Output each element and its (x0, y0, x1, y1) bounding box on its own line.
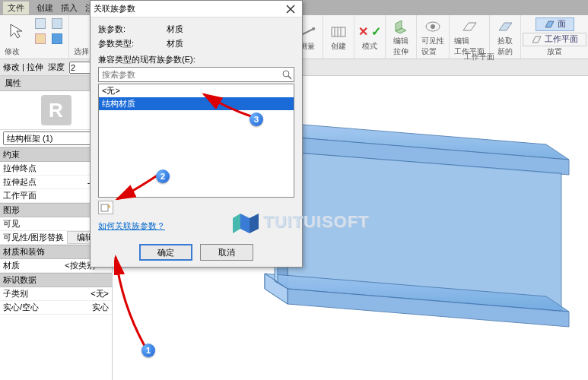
pick-new-icon (494, 17, 516, 36)
param-label: 族参数: (98, 24, 167, 35)
prop-label: 拉伸终点 (0, 163, 52, 174)
svg-rect-2 (332, 27, 345, 36)
ribbon-edit-extrude[interactable]: 编辑 拉伸 (385, 15, 416, 59)
help-link[interactable]: 如何关联族参数？ (98, 220, 165, 232)
svg-point-4 (431, 24, 435, 29)
ribbon-face-panel: 面 工作平面 放置 (520, 15, 588, 59)
annotation-badge-2: 2 (156, 169, 170, 183)
menu-file[interactable]: 文件 (3, 2, 29, 14)
watermark-text: TUITUISOFT (263, 212, 370, 232)
pick-new-label: 拾取 新的 (497, 36, 513, 57)
prop-label: 子类别 (0, 288, 52, 299)
watermark-logo-icon (228, 207, 262, 236)
create-icon (328, 23, 349, 41)
prop-label: 可见性/图形替换 (0, 232, 67, 243)
prop-label: 拉伸起点 (0, 176, 52, 188)
workplane-option-label: 工作平面 (545, 33, 578, 45)
prop-group-iddata[interactable]: 标识数据 (0, 273, 112, 287)
search-input[interactable] (98, 67, 294, 82)
workplane-group-label: 工作平面 (464, 52, 494, 62)
dialog-title: 关联族参数 (94, 3, 135, 14)
cancel-button[interactable]: 取消 (200, 244, 253, 261)
param-value: 材质 (167, 24, 183, 35)
list-item-structural-material[interactable]: 结构材质 (99, 97, 294, 110)
ribbon-visibility[interactable]: 可见性 设置 (416, 15, 449, 59)
create-label: 创建 (331, 41, 346, 52)
edit-wp-icon (459, 17, 480, 36)
optbar-depth-input[interactable] (69, 62, 92, 74)
compat-label: 兼容类型的现有族参数(E): (98, 54, 294, 65)
ok-button[interactable]: 确定 (139, 244, 192, 261)
menu-insert[interactable]: 插入 (61, 2, 78, 14)
parameter-listbox[interactable]: <无> 结构材质 (98, 84, 294, 198)
edit-extrude-icon (390, 17, 412, 36)
annotation-badge-1: 1 (141, 344, 155, 357)
modify-tool-icon[interactable] (5, 18, 30, 44)
mode-finish-icon[interactable]: ✓ (371, 24, 381, 39)
dialog-titlebar[interactable]: 关联族参数 (91, 1, 302, 17)
prop-label: 可见 (0, 218, 52, 230)
place-label: 放置 (547, 46, 562, 57)
prop-row-subcat[interactable]: 子类别 <无> (0, 287, 112, 301)
svg-point-5 (283, 71, 289, 77)
edit-extrude-label: 编辑 拉伸 (393, 36, 408, 57)
ribbon-small-icon-1[interactable] (33, 17, 47, 30)
modify-label: 修改 (5, 46, 20, 57)
svg-rect-6 (101, 204, 108, 211)
prop-group-matdec-label: 材质和装饰 (3, 246, 45, 258)
prop-label: 材质 (0, 260, 52, 271)
ribbon-small-icon-3[interactable] (50, 17, 64, 30)
prop-group-iddata-label: 标识数据 (3, 274, 37, 286)
close-icon[interactable] (282, 2, 299, 16)
ribbon-create[interactable]: 创建 (323, 15, 354, 59)
ribbon-small-icon-4[interactable] (50, 32, 64, 46)
menu-create[interactable]: 创建 (37, 2, 53, 14)
prop-label: 工作平面 (0, 190, 52, 201)
watermark: TUITUISOFT (228, 207, 370, 236)
workplane-button[interactable]: 工作平面 (523, 33, 586, 46)
mode-label: 模式 (362, 41, 377, 52)
ribbon-small-icon-2[interactable] (33, 32, 47, 46)
prop-label: 实心/空心 (0, 302, 52, 313)
revit-logo-icon: R (41, 95, 72, 125)
optbar-depth-label: 深度 (48, 62, 65, 73)
visibility-icon (422, 17, 443, 36)
add-parameter-button[interactable] (98, 201, 113, 214)
svg-point-1 (312, 27, 315, 30)
visibility-label: 可见性 设置 (421, 36, 444, 57)
annotation-badge-3: 3 (250, 112, 263, 126)
prop-row-solidvoid[interactable]: 实心/空心 实心 (0, 301, 112, 315)
prop-value[interactable]: <无> (52, 288, 112, 299)
prop-group-constraint-label: 约束 (3, 149, 20, 160)
param-type-value: 材质 (167, 38, 183, 49)
ribbon-mode: ✕ ✓ 模式 (354, 15, 385, 59)
ribbon-group-select: 修改 (0, 15, 69, 59)
list-item-none[interactable]: <无> (99, 84, 294, 97)
face-button[interactable]: 面 (536, 17, 574, 31)
search-icon[interactable] (281, 69, 292, 81)
param-type-label: 参数类型: (98, 38, 167, 49)
mode-cancel-icon[interactable]: ✕ (358, 24, 368, 39)
prop-value[interactable]: 实心 (52, 302, 112, 313)
prop-group-graphics-label: 图形 (3, 204, 20, 216)
optbar-context: 修改 | 拉伸 (3, 62, 43, 73)
face-label: 面 (558, 18, 566, 30)
